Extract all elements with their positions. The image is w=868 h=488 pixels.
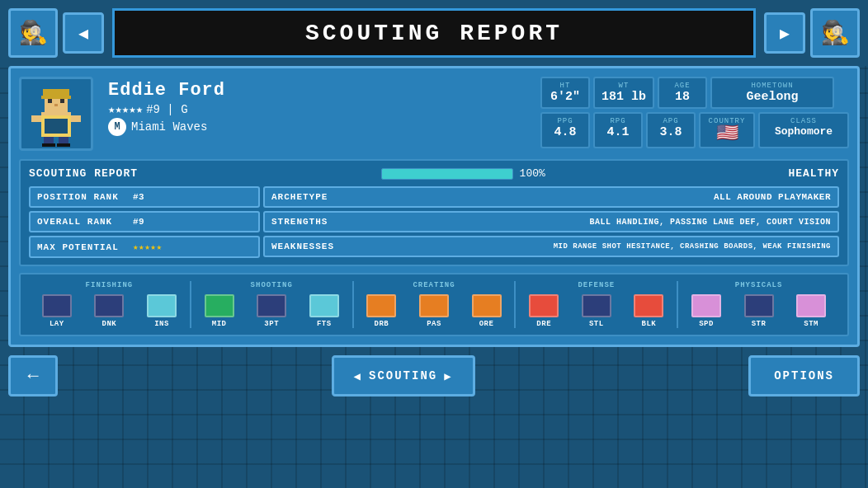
scouting-header-row: SCOUTING REPORT 100% HEALTHY <box>29 167 839 180</box>
creating-bars: DRB PAS ORE <box>359 294 510 328</box>
options-button[interactable]: OPTIONS <box>748 355 860 396</box>
status-badge: HEALTHY <box>788 167 839 180</box>
stat-wt-value: 181 lb <box>601 90 646 104</box>
player-avatar <box>19 77 93 151</box>
strengths-row: STRENGTHS BALL HANDLING, PASSING LANE DE… <box>263 211 839 232</box>
player-stars: ★★★★★ <box>108 102 143 116</box>
svg-rect-13 <box>31 115 41 122</box>
stat-class-label: CLASS <box>770 117 837 125</box>
stat-wt: WT 181 lb <box>593 77 654 109</box>
left-nav-group: 🕵️ ◀ <box>8 8 104 58</box>
max-potential-row: MAX POTENTIAL ★★★★★ <box>29 236 260 258</box>
player-rating-row: ★★★★★ #9 | G <box>108 102 526 116</box>
stat-ht: HT 6'2" <box>540 77 590 109</box>
pas-bar <box>419 294 449 317</box>
archetype-row: ARCHETYPE ALL AROUND PLAYMAKER <box>263 186 839 208</box>
skill-drb: DRB <box>359 294 405 328</box>
position-rank-label: POSITION RANK <box>37 192 128 202</box>
skills-defense: DEFENSE DRE STL BLK <box>516 281 678 328</box>
next-arrow-icon: ▶ <box>780 23 790 44</box>
ins-bar <box>147 294 177 317</box>
skill-mid: MID <box>196 294 243 328</box>
stat-hometown-value: Geelong <box>722 90 823 104</box>
svg-rect-11 <box>42 143 55 147</box>
drb-bar <box>366 294 396 317</box>
player-info-row: Eddie Ford ★★★★★ #9 | G M Miami Waves HT… <box>19 77 849 151</box>
stat-age: AGE 18 <box>658 77 707 109</box>
pas-label: PAS <box>427 320 441 328</box>
skill-blk: BLK <box>626 294 672 328</box>
blk-label: BLK <box>642 320 657 328</box>
right-avatar-icon: 🕵️ <box>821 19 850 47</box>
skills-shooting: SHOOTING MID 3PT FTS <box>191 281 354 328</box>
bottom-bar: ← ◀ SCOUTING ▶ OPTIONS <box>0 347 868 405</box>
weaknesses-row: WEAKNESSES MID RANGE SHOT HESITANCE, CRA… <box>263 236 839 257</box>
skills-finishing: FINISHING LAY DNK INS <box>29 281 191 328</box>
skill-fts: FTS <box>301 294 347 328</box>
skill-stm: STM <box>788 294 834 328</box>
overall-rank-label: OVERALL RANK <box>37 217 128 227</box>
defense-bars: DRE STL BLK <box>521 294 672 328</box>
finishing-bars: LAY DNK INS <box>34 294 185 328</box>
str-bar <box>744 294 774 317</box>
skill-ore: ORE <box>464 294 510 328</box>
finishing-label: FINISHING <box>34 281 185 289</box>
page-title: SCOUTING REPORT <box>305 21 563 46</box>
stat-age-label: AGE <box>666 82 699 90</box>
skills-groups-row: FINISHING LAY DNK INS <box>29 281 839 328</box>
progress-bar-fill <box>382 169 512 179</box>
stat-rpg-label: RPG <box>601 117 634 125</box>
player-team-row: M Miami Waves <box>108 118 526 136</box>
stl-label: STL <box>589 320 604 328</box>
physicals-bars: SPD STR STM <box>683 294 834 328</box>
skill-pas: PAS <box>411 294 457 328</box>
mid-bar <box>205 294 234 317</box>
prev-arrow-icon: ◀ <box>78 23 88 44</box>
scouting-nav-button[interactable]: ◀ SCOUTING ▶ <box>332 355 475 396</box>
progress-label: 100% <box>520 167 545 180</box>
title-bar: SCOUTING REPORT <box>112 8 756 58</box>
stat-hometown-label: HOMETOWN <box>722 82 823 90</box>
right-info-col: ARCHETYPE ALL AROUND PLAYMAKER STRENGTHS… <box>263 186 839 258</box>
spd-label: SPD <box>699 320 714 328</box>
player-name: Eddie Ford <box>108 80 526 101</box>
creating-label: CREATING <box>359 281 510 289</box>
skill-dre: DRE <box>521 294 567 328</box>
blk-bar <box>634 294 663 317</box>
mid-label: MID <box>212 320 227 328</box>
ins-label: INS <box>154 320 169 328</box>
stat-ht-value: 6'2" <box>549 90 582 104</box>
strengths-value: BALL HANDLING, PASSING LANE DEF, COURT V… <box>367 218 831 227</box>
back-button[interactable]: ← <box>8 355 58 396</box>
physicals-label: PHYSICALS <box>683 281 834 289</box>
stats-row-1: HT 6'2" WT 181 lb AGE 18 HOMETOWN Geelon… <box>540 77 849 109</box>
right-avatar: 🕵️ <box>810 8 860 58</box>
svg-rect-7 <box>60 99 64 103</box>
skills-physicals: PHYSICALS SPD STR STM <box>678 281 839 328</box>
overall-rank-value: #9 <box>133 217 144 227</box>
main-content: Eddie Ford ★★★★★ #9 | G M Miami Waves HT… <box>8 66 860 347</box>
team-name: Miami Waves <box>131 120 207 134</box>
stm-bar <box>796 294 826 317</box>
options-label: OPTIONS <box>774 369 834 382</box>
stat-country: COUNTRY 🇺🇸 <box>699 112 755 148</box>
player-details: Eddie Ford ★★★★★ #9 | G M Miami Waves <box>101 77 532 151</box>
stl-bar <box>582 294 611 317</box>
dre-label: DRE <box>536 320 551 328</box>
position-rank-value: #3 <box>133 192 144 202</box>
svg-rect-2 <box>45 119 68 134</box>
skill-stl: STL <box>573 294 620 328</box>
lay-bar <box>42 294 72 317</box>
stats-grid: HT 6'2" WT 181 lb AGE 18 HOMETOWN Geelon… <box>540 77 849 151</box>
prev-player-button[interactable]: ◀ <box>63 12 104 54</box>
stats-row-2: PPG 4.8 RPG 4.1 APG 3.8 COUNTRY 🇺🇸 CLASS <box>540 112 849 148</box>
right-nav-group: ▶ 🕵️ <box>764 8 860 58</box>
stat-ppg-label: PPG <box>549 117 582 125</box>
skill-3pt: 3PT <box>248 294 295 328</box>
next-player-button[interactable]: ▶ <box>764 12 805 54</box>
team-logo: M <box>108 118 126 136</box>
dnk-label: DNK <box>102 320 117 328</box>
defense-label: DEFENSE <box>521 281 672 289</box>
dnk-bar <box>94 294 124 317</box>
stat-ppg: PPG 4.8 <box>540 112 590 148</box>
